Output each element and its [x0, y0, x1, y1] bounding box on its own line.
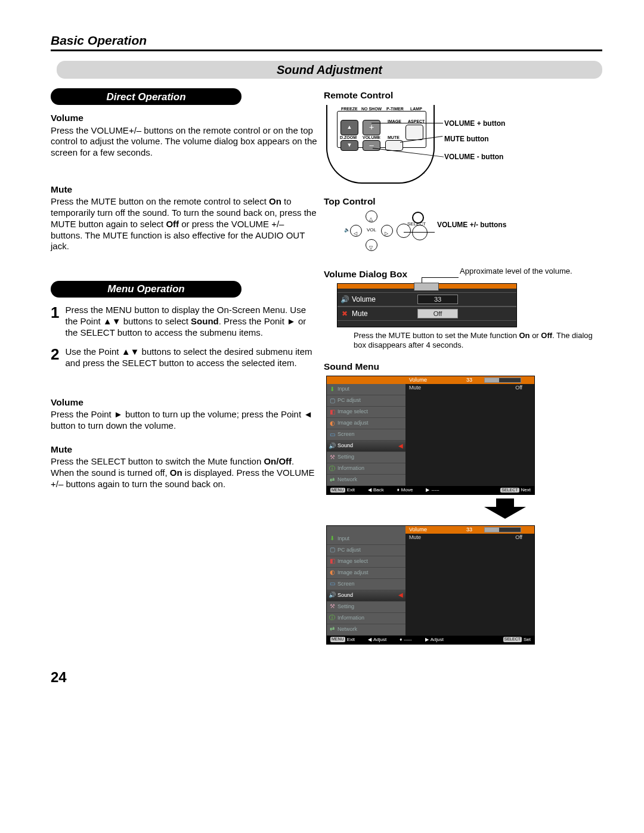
menu-sidebar: ⬇Input ▢PC adjust ◧Image select ◐Image a…: [327, 384, 405, 486]
sidebar-item: Setting: [338, 603, 354, 610]
vdb-marker: [414, 283, 439, 291]
menu-operation-heading: Menu Operation: [51, 281, 242, 298]
sidebar-item: Screen: [338, 431, 355, 438]
vdb-caption: Press the MUTE button to set the Mute fu…: [354, 331, 602, 349]
head-volume-val: 33: [463, 376, 484, 384]
sidebar-item: Input: [338, 386, 349, 392]
badge-menu: MENU: [330, 488, 345, 493]
arrow-icon: ◀: [398, 442, 403, 450]
sidebar-item: Image select: [338, 558, 368, 565]
vdb-row-mute: ✖ Mute Off: [338, 306, 516, 321]
page-number: 24: [51, 668, 602, 686]
sidebar-item: Image select: [338, 408, 368, 415]
label-ptimer: P-TIMER: [386, 107, 404, 112]
sidebar-item-selected: Sound: [338, 442, 353, 449]
callout-vminus: VOLUME - button: [444, 153, 503, 162]
arrow-icon: ◀: [398, 592, 403, 599]
volume-heading: Volume: [51, 112, 318, 123]
sound-menu-screenshot-1: Volume 33 ⬇Input ▢PC adjust ◧Image selec…: [326, 376, 535, 495]
value: Off: [417, 309, 458, 318]
footer-set: Set: [524, 637, 531, 643]
badge-select: SELECT: [500, 488, 519, 493]
callout-line: [371, 123, 443, 123]
step-text: Press the MENU button to display the On-…: [65, 305, 318, 338]
footer-dashes: -----: [404, 637, 411, 643]
text-off: Off: [541, 331, 552, 340]
value: Off: [515, 534, 522, 541]
step-2: 2 Use the Point ▲▼ buttons to select the…: [51, 346, 318, 369]
sound-menu-screenshot-2: Volume 33 ⬇Input ▢PC adjust ◧Image selec…: [326, 525, 535, 645]
chapter-title: Basic Operation: [51, 33, 602, 51]
text-off: Off: [166, 219, 179, 229]
head-volume: Volume: [405, 376, 463, 384]
dzoom-down-button: ▼: [340, 140, 358, 151]
aspect-button: [405, 125, 423, 140]
value: Off: [515, 385, 522, 391]
sidebar-item: Network: [338, 626, 357, 633]
label-aspect: ASPECT: [408, 119, 425, 125]
sidebar-item: Image adjust: [338, 569, 369, 576]
badge-select: SELECT: [503, 637, 522, 642]
direct-operation-heading: Direct Operation: [51, 88, 242, 105]
section-title: Sound Adjustment: [57, 61, 602, 79]
right-button: ▷: [381, 225, 393, 237]
footer-move: Move: [401, 487, 413, 493]
volume-bar: [484, 377, 521, 383]
menu-footer: MENUExit ◀ Adjust ♦ ----- ▶ Adjust SELEC…: [327, 636, 534, 644]
text-on: On: [519, 331, 530, 340]
volume-heading-2: Volume: [51, 397, 318, 408]
label-image: IMAGE: [388, 119, 401, 125]
step-text: Use the Point ▲▼ buttons to select the d…: [65, 346, 318, 369]
mute-icon: ✖: [338, 309, 352, 318]
callout-vol-buttons: VOLUME +/- buttons: [437, 221, 506, 230]
sidebar-item: Information: [338, 615, 364, 621]
vdb-row-volume: 🔊 Volume 33: [338, 292, 516, 306]
footer-back: Back: [373, 487, 384, 493]
footer-next: Next: [521, 487, 531, 493]
callout-line: [404, 232, 435, 233]
label: Mute: [409, 534, 421, 541]
footer-adjust-2: Adjust: [431, 637, 444, 643]
sidebar-item: Screen: [338, 581, 355, 587]
label-vol: VOL: [367, 227, 376, 233]
sound-menu-heading: Sound Menu: [324, 361, 602, 372]
big-arrow-icon: [407, 498, 602, 522]
footer-exit: Exit: [347, 637, 355, 643]
text: Press the SELECT button to switch the Mu…: [51, 456, 264, 466]
sidebar-item: Input: [338, 535, 349, 542]
callout-vplus: VOLUME + button: [444, 119, 505, 128]
callout-line: [422, 277, 459, 278]
volume-plus-button: +: [363, 120, 380, 135]
remote-button-panel: FREEZE NO SHOW P-TIMER LAMP IMAGE ASPECT…: [337, 111, 426, 148]
volume-dialog-box: 🔊 Volume 33 ✖ Mute Off: [337, 283, 517, 327]
step-number: 1: [51, 305, 59, 338]
badge-menu: MENU: [330, 637, 345, 642]
sidebar-item: PC adjust: [338, 397, 361, 404]
label: Mute: [352, 309, 417, 318]
text-on: On: [170, 467, 182, 478]
sidebar-item: Setting: [338, 454, 354, 460]
callout-mute: MUTE button: [444, 135, 489, 144]
head-volume-val: 33: [463, 526, 484, 534]
text-onoff: On/Off: [264, 456, 292, 466]
label-lamp: LAMP: [410, 107, 422, 112]
left-button: ◁: [350, 225, 362, 237]
remote-control-figure: FREEZE NO SHOW P-TIMER LAMP IMAGE ASPECT…: [324, 105, 602, 188]
footer-exit: Exit: [347, 487, 355, 493]
label: Volume: [352, 295, 417, 304]
menu-sidebar: ⬇Input ▢PC adjust ◧Image select ◐Image a…: [327, 534, 405, 636]
menu-footer: MENUExit ◀ Back ♦ Move ▶ ----- SELECTNex…: [327, 486, 534, 494]
text: or: [530, 331, 541, 340]
text-on: On: [269, 196, 281, 206]
text: Press the MUTE button to set the Mute fu…: [354, 331, 519, 340]
text: Press the MUTE button on the remote cont…: [51, 196, 269, 206]
down-button: ▽: [366, 239, 377, 251]
volume-dialog-heading: Volume Dialog Box: [324, 268, 407, 280]
sidebar-item: Image adjust: [338, 420, 369, 426]
mute-heading: Mute: [51, 184, 318, 195]
left-column: Direct Operation Volume Press the VOLUME…: [51, 88, 318, 644]
menu-main: MuteOff: [405, 384, 534, 486]
label: Mute: [409, 385, 421, 391]
head-volume: Volume: [405, 526, 463, 534]
mute-paragraph: Press the MUTE button on the remote cont…: [51, 196, 318, 252]
